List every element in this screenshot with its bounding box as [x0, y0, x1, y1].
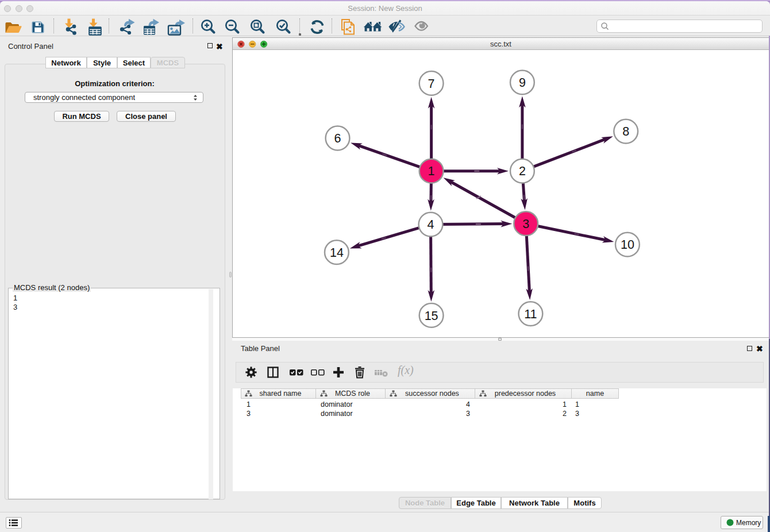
svg-text:10: 10 [621, 238, 634, 252]
svg-text:8: 8 [622, 125, 629, 138]
svg-text:4: 4 [428, 218, 434, 232]
svg-text:11: 11 [524, 307, 537, 321]
svg-text:7: 7 [428, 76, 435, 90]
svg-text:2: 2 [519, 164, 526, 178]
svg-text:15: 15 [425, 309, 438, 322]
svg-text:6: 6 [334, 132, 341, 145]
svg-text:9: 9 [519, 76, 526, 90]
svg-text:1: 1 [428, 164, 435, 178]
svg-text:3: 3 [522, 217, 529, 230]
svg-text:14: 14 [330, 245, 344, 259]
